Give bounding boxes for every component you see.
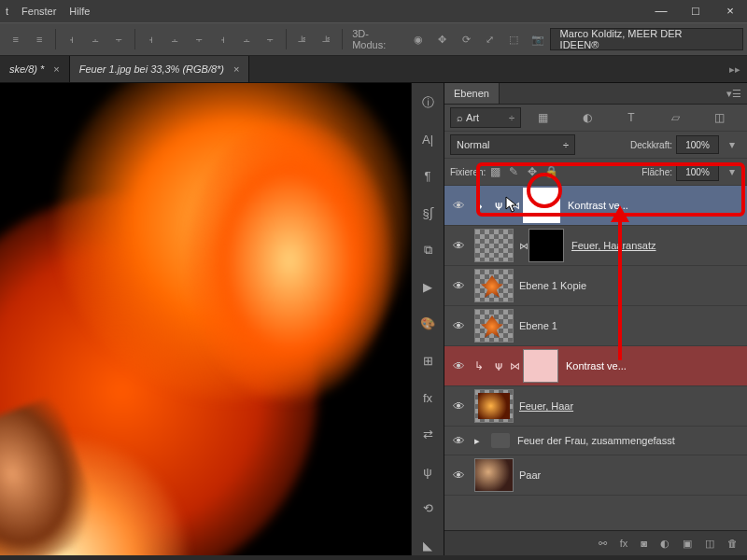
menu-item[interactable]: t bbox=[6, 6, 8, 17]
layer-name[interactable]: Feuer, Haaransatz bbox=[571, 240, 656, 251]
distribute-icon[interactable]: ⫞ bbox=[213, 29, 233, 49]
3d-icon[interactable]: ✥ bbox=[432, 29, 452, 49]
layer-name[interactable]: Kontrast ve... bbox=[566, 360, 627, 371]
layer-thumbnail[interactable] bbox=[474, 309, 514, 343]
swatches-icon[interactable]: 🎨 bbox=[417, 314, 438, 334]
3d-icon[interactable]: ⬚ bbox=[504, 29, 524, 49]
collapse-panels-icon[interactable]: ▸▸ bbox=[723, 61, 747, 77]
chevron-down-icon[interactable]: ▾ bbox=[725, 137, 740, 152]
layer-thumbnail[interactable] bbox=[474, 229, 514, 262]
distribute-icon[interactable]: ⫟ bbox=[189, 29, 208, 49]
layer-row[interactable]: 👁 ↳ ᴪ ⋈ Kontrast ve... bbox=[444, 346, 747, 386]
fx-icon[interactable]: fx bbox=[417, 387, 438, 408]
restore-button[interactable]: □ bbox=[679, 0, 712, 21]
distribute-icon[interactable]: ⫠ bbox=[236, 29, 256, 49]
layer-mask-thumbnail[interactable] bbox=[523, 188, 560, 223]
visibility-icon[interactable]: 👁 bbox=[450, 197, 467, 214]
layer-name[interactable]: Paar bbox=[519, 469, 541, 481]
lock-transparency-icon[interactable]: ▩ bbox=[487, 164, 502, 179]
visibility-icon[interactable]: 👁 bbox=[450, 277, 467, 294]
text-styles-icon[interactable]: A| bbox=[417, 130, 438, 150]
align-icon[interactable]: ⫠ bbox=[85, 29, 105, 49]
layer-mask-thumbnail[interactable] bbox=[529, 229, 564, 262]
layer-row[interactable]: 👁 ↳ ᴪ ⋈ Kontrast ve... bbox=[444, 186, 747, 226]
distribute-icon[interactable]: ⫟ bbox=[261, 29, 280, 49]
align-icon[interactable]: ⫟ bbox=[109, 29, 129, 49]
3d-icon[interactable]: ⟳ bbox=[457, 29, 476, 49]
lock-position-icon[interactable]: ✥ bbox=[525, 164, 540, 179]
menu-item-help[interactable]: Hilfe bbox=[69, 6, 90, 17]
filter-adjustment-icon[interactable]: ◐ bbox=[580, 110, 595, 125]
layer-row[interactable]: 👁 Ebene 1 Kopie bbox=[444, 266, 747, 306]
filter-pixel-icon[interactable]: ▦ bbox=[536, 110, 551, 125]
minimize-button[interactable]: — bbox=[644, 0, 678, 21]
lock-pixels-icon[interactable]: ✎ bbox=[506, 164, 521, 179]
new-layer-icon[interactable]: ◫ bbox=[705, 538, 714, 550]
close-icon[interactable]: × bbox=[53, 63, 59, 75]
menu-item-window[interactable]: Fenster bbox=[21, 6, 56, 17]
layer-thumbnail[interactable] bbox=[474, 458, 514, 492]
align-icon[interactable]: ≡ bbox=[6, 29, 25, 49]
add-mask-icon[interactable]: ◙ bbox=[641, 538, 647, 549]
opacity-input[interactable]: 100% bbox=[676, 135, 719, 154]
filter-type-icon[interactable]: T bbox=[624, 110, 639, 125]
history-icon[interactable]: ⟲ bbox=[417, 498, 438, 519]
layer-mask-thumbnail[interactable] bbox=[523, 349, 558, 383]
bookmark-icon[interactable]: ◣ bbox=[417, 535, 438, 555]
layer-row[interactable]: 👁 Feuer, Haar bbox=[444, 386, 747, 427]
disclosure-icon[interactable]: ▸ bbox=[474, 435, 480, 447]
document-tab[interactable]: Feuer 1.jpg bei 33,3% (RGB/8*)× bbox=[70, 56, 250, 82]
paragraph-icon[interactable]: ¶ bbox=[417, 166, 438, 187]
3d-icon[interactable]: ◉ bbox=[409, 29, 429, 49]
filter-shape-icon[interactable]: ▱ bbox=[668, 110, 683, 125]
visibility-icon[interactable]: 👁 bbox=[450, 432, 467, 449]
layer-effects-icon[interactable]: fx bbox=[620, 538, 628, 549]
distribute-icon[interactable]: ⫡ bbox=[292, 29, 312, 49]
layer-row[interactable]: 👁 Paar bbox=[444, 455, 747, 496]
usb-icon[interactable]: ψ bbox=[417, 461, 438, 482]
3d-icon[interactable]: 📷 bbox=[528, 29, 547, 49]
distribute-icon[interactable]: ⫞ bbox=[141, 29, 161, 49]
layer-group-row[interactable]: 👁 ▸ Feuer der Frau, zusammengefasst bbox=[444, 427, 747, 455]
visibility-icon[interactable]: 👁 bbox=[450, 237, 467, 254]
blend-mode-dropdown[interactable]: Normal÷ bbox=[450, 134, 575, 155]
visibility-icon[interactable]: 👁 bbox=[450, 398, 467, 414]
3d-icon[interactable]: ⤢ bbox=[480, 29, 500, 49]
adjustments-icon[interactable]: ⊞ bbox=[417, 351, 438, 371]
document-tab[interactable]: ske/8) *× bbox=[0, 56, 70, 82]
panel-menu-icon[interactable]: ▾☰ bbox=[721, 88, 747, 100]
new-group-icon[interactable]: ▣ bbox=[683, 538, 692, 550]
visibility-icon[interactable]: 👁 bbox=[450, 317, 467, 334]
info-icon[interactable]: ⓘ bbox=[417, 92, 438, 113]
distribute-icon[interactable]: ⫠ bbox=[165, 29, 185, 49]
layer-thumbnail[interactable] bbox=[474, 269, 514, 302]
chevron-down-icon[interactable]: ▾ bbox=[725, 164, 740, 179]
brush-icon[interactable]: §ʃ bbox=[417, 203, 438, 224]
layer-name[interactable]: Feuer, Haar bbox=[519, 400, 573, 412]
play-icon[interactable]: ▶ bbox=[417, 277, 438, 298]
properties-icon[interactable]: ⇄ bbox=[417, 425, 438, 445]
fill-input[interactable]: 100% bbox=[676, 162, 719, 181]
new-adjustment-icon[interactable]: ◐ bbox=[660, 538, 669, 550]
visibility-icon[interactable]: 👁 bbox=[450, 357, 467, 374]
align-icon[interactable]: ⫞ bbox=[62, 29, 81, 49]
layer-row[interactable]: 👁 ⋈ Feuer, Haaransatz bbox=[444, 226, 747, 266]
layer-name[interactable]: Ebene 1 bbox=[519, 320, 557, 331]
filter-smart-icon[interactable]: ◫ bbox=[712, 110, 726, 125]
workspace-dropdown[interactable]: Marco Kolditz, MEER DER IDEEN® bbox=[550, 28, 743, 50]
layer-name[interactable]: Ebene 1 Kopie bbox=[519, 280, 586, 291]
close-button[interactable]: × bbox=[713, 0, 747, 21]
visibility-icon[interactable]: 👁 bbox=[450, 467, 467, 483]
layers-tab[interactable]: Ebenen bbox=[444, 83, 500, 104]
canvas[interactable] bbox=[0, 83, 411, 555]
layer-name[interactable]: Feuer der Frau, zusammengefasst bbox=[517, 435, 675, 446]
close-icon[interactable]: × bbox=[233, 63, 239, 75]
clone-icon[interactable]: ⧉ bbox=[417, 240, 438, 260]
layer-row[interactable]: 👁 Ebene 1 bbox=[444, 306, 747, 346]
distribute-icon[interactable]: ⫡ bbox=[317, 29, 336, 49]
layer-thumbnail[interactable] bbox=[474, 389, 514, 423]
layer-filter-dropdown[interactable]: ⌕ Art ÷ bbox=[450, 107, 521, 128]
align-icon[interactable]: ≡ bbox=[29, 29, 49, 49]
link-layers-icon[interactable]: ⚯ bbox=[599, 538, 607, 550]
lock-all-icon[interactable]: 🔒 bbox=[543, 164, 558, 179]
